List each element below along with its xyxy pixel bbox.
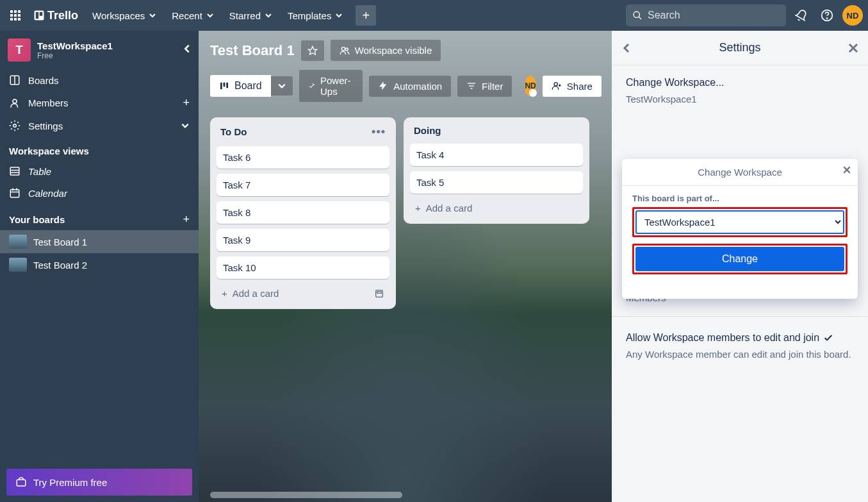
nav-templates[interactable]: Templates: [281, 6, 349, 25]
list-icon: [219, 81, 229, 91]
workspace-views-heading: Workspace views: [0, 137, 199, 160]
search-icon: [632, 10, 643, 21]
workspace-plan: Free: [37, 51, 113, 60]
sidebar-item-boards[interactable]: Boards: [0, 69, 199, 91]
nav-recent[interactable]: Recent: [165, 6, 220, 25]
svg-rect-31: [220, 83, 222, 90]
nav-workspaces[interactable]: Workspaces: [86, 6, 163, 25]
share-button[interactable]: Share: [543, 76, 602, 97]
list-title[interactable]: Doing: [414, 125, 441, 136]
sidebar-item-settings[interactable]: Settings: [0, 115, 199, 137]
svg-rect-32: [224, 83, 225, 87]
list-header: Doing: [410, 124, 583, 138]
card[interactable]: Task 6: [217, 146, 389, 169]
view-dropdown-button[interactable]: [271, 76, 293, 96]
list-header: To Do•••: [217, 124, 389, 141]
trello-logo[interactable]: Trello: [28, 9, 83, 22]
apps-grid-icon: [10, 10, 20, 21]
star-icon: [307, 46, 318, 56]
user-avatar[interactable]: ND: [842, 5, 863, 26]
horizontal-scrollbar[interactable]: [210, 492, 402, 498]
panel-back-button[interactable]: [621, 42, 632, 54]
sidebar: T TestWorkspace1 Free Boards Members +: [0, 31, 199, 502]
svg-point-12: [634, 12, 639, 17]
svg-rect-11: [40, 12, 43, 16]
allow-edit-toggle[interactable]: Allow Workspace members to edit and join: [626, 330, 854, 346]
list: DoingTask 4Task 5+Add a card: [404, 117, 589, 224]
gear-icon: [9, 120, 20, 131]
card[interactable]: Task 7: [217, 174, 389, 196]
popover-close-button[interactable]: [842, 165, 851, 174]
chevron-left-icon: [621, 42, 632, 54]
change-workspace-link[interactable]: Change Workspace...: [626, 74, 854, 91]
notifications-button[interactable]: [791, 5, 812, 26]
star-board-button[interactable]: [301, 40, 324, 61]
help-button[interactable]: [817, 5, 837, 26]
board-header: Test Board 1 Workspace visible Board: [199, 31, 612, 111]
workspace-name: TestWorkspace1: [37, 40, 113, 51]
add-board-button[interactable]: +: [183, 213, 190, 226]
settings-chevron[interactable]: [181, 121, 190, 130]
board-thumbnail: [9, 235, 27, 249]
workspace-header[interactable]: T TestWorkspace1 Free: [0, 31, 199, 69]
change-workspace-popover: Change Workspace This board is part of..…: [622, 159, 858, 299]
panel-title: Settings: [719, 41, 760, 54]
sidebar-board-item[interactable]: Test Board 1: [0, 230, 199, 253]
svg-point-19: [13, 124, 17, 128]
card[interactable]: Task 10: [217, 256, 389, 279]
filter-icon: [466, 81, 477, 91]
user-plus-icon: [552, 81, 562, 91]
settings-panel: Settings Change Workspace... TestWorkspa…: [612, 31, 868, 502]
svg-rect-41: [377, 291, 382, 293]
board-title[interactable]: Test Board 1: [210, 42, 295, 59]
card[interactable]: Task 4: [410, 144, 583, 166]
board-view-switcher[interactable]: Board: [210, 75, 293, 97]
svg-rect-27: [17, 480, 26, 486]
add-card-button[interactable]: +Add a card: [410, 199, 583, 217]
list-menu-button[interactable]: •••: [372, 125, 386, 138]
card[interactable]: Task 8: [217, 201, 389, 224]
search-input[interactable]: Search: [626, 4, 786, 26]
sidebar-board-item[interactable]: Test Board 2: [0, 253, 199, 276]
sidebar-item-members[interactable]: Members +: [0, 91, 199, 115]
workspace-select[interactable]: TestWorkspace1: [635, 210, 844, 234]
change-workspace-section[interactable]: Change Workspace... TestWorkspace1: [612, 65, 868, 113]
logo-text: Trello: [47, 9, 78, 22]
chevron-down-icon: [265, 12, 272, 19]
create-button[interactable]: +: [356, 5, 376, 26]
apps-menu-button[interactable]: [5, 5, 26, 26]
board-member-avatar[interactable]: ND: [525, 76, 536, 96]
svg-rect-5: [18, 14, 20, 17]
add-member-button[interactable]: +: [183, 96, 190, 110]
powerups-button[interactable]: Power-Ups: [299, 70, 363, 102]
svg-rect-8: [18, 18, 20, 21]
try-premium-button[interactable]: Try Premium free: [6, 469, 192, 496]
view-board-button[interactable]: Board: [210, 75, 271, 97]
visibility-button[interactable]: Workspace visible: [331, 40, 441, 61]
bell-icon: [795, 9, 808, 22]
template-icon: [374, 289, 384, 299]
add-card-button[interactable]: +Add a card: [217, 284, 389, 303]
svg-rect-3: [10, 14, 13, 17]
view-table[interactable]: Table: [0, 160, 199, 182]
svg-point-30: [345, 48, 348, 51]
svg-rect-33: [226, 83, 228, 88]
board-lists: To Do•••Task 6Task 7Task 8Task 9Task 10+…: [199, 111, 612, 315]
svg-line-13: [639, 17, 641, 19]
rocket-icon: [308, 81, 315, 91]
view-calendar[interactable]: Calendar: [0, 182, 199, 204]
card-template-button[interactable]: [374, 289, 384, 299]
plus-icon: +: [222, 288, 227, 299]
svg-marker-28: [308, 46, 316, 54]
change-button[interactable]: Change: [635, 247, 844, 271]
sidebar-collapse-button[interactable]: [182, 44, 192, 54]
automation-button[interactable]: Automation: [369, 76, 451, 97]
card[interactable]: Task 9: [217, 229, 389, 251]
panel-close-button[interactable]: [848, 42, 859, 54]
card[interactable]: Task 5: [410, 171, 583, 194]
chevron-down-icon: [335, 12, 343, 19]
board-icon: [9, 74, 20, 86]
list-title[interactable]: To Do: [220, 126, 247, 137]
nav-starred[interactable]: Starred: [223, 6, 279, 25]
filter-button[interactable]: Filter: [457, 76, 512, 97]
